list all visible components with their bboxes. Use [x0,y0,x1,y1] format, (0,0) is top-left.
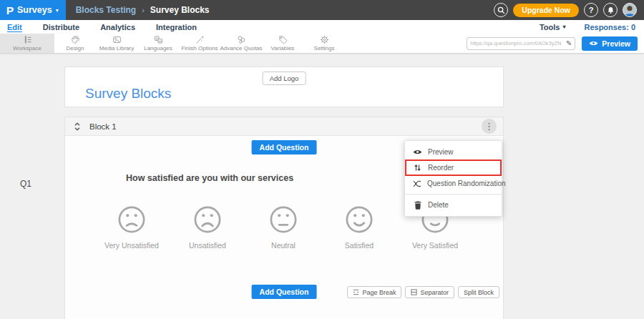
tools-menu[interactable]: Tools ▾ [540,23,566,31]
bell-icon [607,6,615,14]
toolbar-tab-label: Variables [271,45,295,51]
drag-block-handle[interactable] [74,122,81,131]
reorder-icon [413,164,422,172]
tab-distribute[interactable]: Distribute [43,23,79,31]
tab-edit[interactable]: Edit [7,23,22,31]
separator-icon [411,289,417,295]
rating-option-satisfied[interactable]: Satisfied [321,205,397,250]
unfold-icon [74,122,81,131]
shuffle-icon [413,180,421,187]
trash-icon [413,201,422,210]
toolbar-right: ✎ Preview [467,34,644,53]
separator-label: Separator [420,289,449,296]
page-break-icon [353,289,359,295]
upgrade-now-button[interactable]: Upgrade Now [513,4,579,17]
toolbar-tab-label: Media Library [99,45,134,51]
topbar: P Surveys ▾ Blocks Testing › Survey Bloc… [0,0,644,20]
survey-url-input[interactable] [470,40,566,46]
rating-label: Neutral [271,241,296,250]
help-button[interactable]: ? [584,3,598,17]
dots-vertical-icon: ⋮ [484,122,494,131]
toolbar-tab-variables[interactable]: Variables [262,34,303,53]
survey-title[interactable]: Survey Blocks [85,86,171,102]
notifications-button[interactable] [603,3,618,17]
advance-quotas-icon [237,35,246,44]
smiley-neutral-icon [268,205,298,235]
survey-header-card: Add Logo Survey Blocks [64,67,504,107]
preview-label: Preview [602,39,630,48]
breadcrumb-current: Survey Blocks [150,5,210,15]
toolbar-tab-media-library[interactable]: Media Library [96,34,137,53]
block-name[interactable]: Block 1 [89,122,117,131]
design-icon [71,35,80,44]
toolbar-tab-workspace[interactable]: Workspace [0,34,54,53]
preview-button[interactable]: Preview [582,36,638,51]
search-icon [497,6,505,14]
add-question-button-top[interactable]: Add Question [252,140,317,154]
product-switcher[interactable]: P Surveys ▾ [0,0,66,20]
eye-icon [589,40,598,46]
product-label: Surveys [17,5,52,15]
split-block-label: Split Block [464,289,494,296]
toolbar-tab-label: Design [67,45,84,51]
separator-button[interactable]: Separator [405,286,454,298]
breadcrumb-separator-icon: › [142,6,145,14]
toolbar-tab-label: Languages [144,45,172,51]
split-block-button[interactable]: Split Block [458,286,499,298]
tab-integration[interactable]: Integration [156,23,197,31]
menu-item-preview[interactable]: Preview [405,144,502,160]
menu-item-label: Preview [428,148,454,156]
breadcrumb-parent-link[interactable]: Blocks Testing [76,5,136,15]
survey-editor-content: Q1 Add Logo Survey Blocks Block 1 ⋮ Add … [0,54,644,319]
page-break-label: Page Break [362,289,396,296]
rating-option-very-unsatisfied[interactable]: Very Unsatisfied [94,205,170,250]
toolbar-tab-label: Finish Options [181,45,218,51]
tab-analytics[interactable]: Analytics [100,23,135,31]
topbar-actions: Upgrade Now ? [494,3,644,17]
smiley-frown-icon [192,205,223,235]
breadcrumb: Blocks Testing › Survey Blocks [76,5,210,15]
rating-label: Satisfied [345,241,374,250]
toolbar-tab-finish-options[interactable]: Finish Options [179,34,220,53]
add-question-button-bottom[interactable]: Add Question [252,285,317,299]
menu-item-label: Question Randomization [427,180,506,187]
block-menu-button[interactable]: ⋮ [482,119,497,134]
finish-options-icon [195,35,205,44]
toolbar-tab-advance-quotas[interactable]: Advance Quotas [220,34,262,53]
rating-label: Very Satisfied [412,241,458,250]
toolbar-tab-label: Workspace [13,45,42,51]
chevron-down-icon: ▾ [562,24,565,30]
menu-item-delete[interactable]: Delete [405,197,502,212]
tools-label: Tools [540,23,560,31]
block-footer: Add Question Page Break Separator Split … [65,285,503,300]
toolbar-tab-design[interactable]: Design [54,34,96,53]
eye-icon [413,149,422,155]
avatar[interactable] [623,3,637,17]
settings-icon [320,35,329,44]
smiley-smile-icon [344,205,374,235]
menu-item-reorder[interactable]: Reorder [405,160,502,176]
block-footer-actions: Page Break Separator Split Block [347,286,499,298]
rating-option-unsatisfied[interactable]: Unsatisfied [170,205,245,250]
smiley-frown-icon [117,205,147,235]
rating-label: Unsatisfied [189,241,226,250]
toolbar-tab-languages[interactable]: Languages [137,34,179,53]
menu-item-question-randomization[interactable]: Question Randomization [405,176,502,191]
edit-url-pencil-icon[interactable]: ✎ [566,40,572,47]
block-context-menu: Preview Reorder Question Randomization D [404,140,502,217]
add-logo-button[interactable]: Add Logo [263,72,306,85]
page-break-button[interactable]: Page Break [347,286,401,298]
media-library-icon [112,35,122,44]
chevron-down-icon: ▾ [56,7,59,14]
languages-icon [154,35,163,44]
toolbar-tab-label: Advance Quotas [220,45,262,51]
toolbar-tab-label: Settings [314,45,335,51]
question-text[interactable]: How satisfied are you with our services [126,173,293,183]
toolbar-tab-settings[interactable]: Settings [303,34,345,53]
survey-url-box: ✎ [467,37,575,50]
edit-navbar: Edit Distribute Analytics Integration To… [0,20,644,34]
search-button[interactable] [494,3,508,17]
responses-count[interactable]: Responses: 0 [584,23,635,31]
menu-item-label: Reorder [428,164,454,172]
rating-option-neutral[interactable]: Neutral [245,205,321,250]
